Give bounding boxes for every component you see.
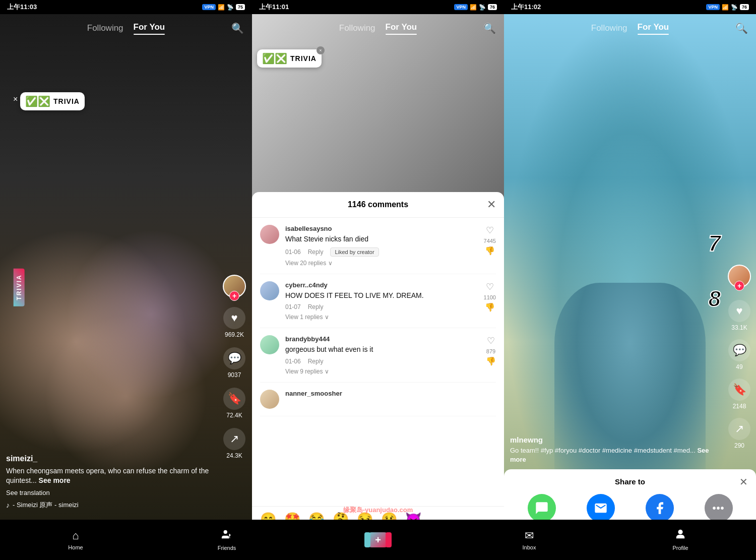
screen1-share-btn[interactable]: ↗ 24.3K [223, 428, 245, 459]
view-replies-1[interactable]: View 20 replies ∨ [285, 260, 478, 267]
screen1-see-more[interactable]: See more [39, 476, 71, 484]
trivia-close-2[interactable]: × [317, 46, 325, 54]
comment-dislike-icon-3[interactable]: 👎 [486, 356, 496, 366]
screen3-comment-btn[interactable]: 💬 49 [728, 339, 750, 370]
comment-like-icon-3[interactable]: ♡ [487, 335, 495, 346]
comment-like-icon-1[interactable]: ♡ [486, 225, 494, 236]
add-button[interactable]: + [367, 532, 389, 547]
trivia-badge-2: ✅❎ TRIVIA × [257, 49, 322, 68]
share-facebook-item[interactable]: Facebook [646, 494, 674, 520]
comment-username-4[interactable]: nanner_smoosher [285, 390, 496, 397]
view-replies-3[interactable]: View 9 replies ∨ [285, 368, 480, 375]
share-icons-row: SMS Email Facebook ••• [512, 494, 748, 520]
comment-reply-2[interactable]: Reply [308, 303, 324, 310]
battery-3: 76 [740, 4, 749, 10]
screen3-side-actions: + ♥ 33.1K 💬 49 🔖 2148 ↗ 290 [728, 265, 751, 449]
screen3-comment-count: 49 [736, 363, 742, 370]
screen1-see-translation[interactable]: See translation [6, 489, 222, 496]
screen1-avatar-action[interactable]: + [223, 275, 246, 298]
comment-reply-3[interactable]: Reply [308, 358, 324, 365]
comment-username-2[interactable]: cyberr..c4ndy [285, 281, 478, 289]
inbox-icon: ✉ [525, 529, 534, 542]
profile-icon [675, 529, 686, 543]
screen1-like-count: 969.2K [225, 331, 244, 338]
comment-dislike-icon-1[interactable]: 👎 [485, 246, 495, 256]
comment-item-2: cyberr..c4ndy HOW DOES IT FEEL TO LIVE M… [260, 274, 496, 329]
screen2-following-tab[interactable]: Following [339, 21, 375, 35]
nav-profile[interactable]: Profile [605, 520, 756, 560]
nav-home[interactable]: ⌂ Home [0, 520, 151, 560]
comment-reply-1[interactable]: Reply [308, 248, 324, 256]
screen1-comment-btn[interactable]: 💬 9037 [223, 347, 245, 379]
count-7: 7 [709, 231, 721, 256]
profile-label: Profile [672, 545, 688, 551]
screen1-foryou-tab[interactable]: For You [134, 20, 165, 34]
trivia-side-label: TRIVIA [14, 268, 25, 306]
comment-item-4: nanner_smoosher [260, 383, 496, 416]
emoji-2[interactable]: 🤩 [284, 512, 300, 520]
inbox-label: Inbox [523, 544, 536, 550]
share-sms-item[interactable]: SMS [528, 494, 556, 520]
comment-dislike-icon-2[interactable]: 👎 [485, 302, 495, 312]
comment-avatar-4 [260, 390, 279, 409]
chevron-down-icon-2: ∨ [325, 314, 329, 321]
screen3-username[interactable]: mlnewng [510, 435, 721, 444]
comment-actions-2: ♡ 1100 👎 [484, 281, 496, 321]
view-replies-2[interactable]: View 1 replies ∨ [285, 314, 478, 321]
screen2-foryou-tab[interactable]: For You [386, 20, 417, 34]
comment-body-2: cyberr..c4ndy HOW DOES IT FEEL TO LIVE M… [285, 281, 478, 321]
comment-actions-1: ♡ 7445 👎 [484, 225, 496, 267]
screen3-follow-plus: + [734, 281, 744, 291]
emoji-1[interactable]: 😁 [260, 512, 276, 520]
screen3-nav: Following For You [591, 21, 669, 35]
screen3-search-icon[interactable]: 🔍 [735, 22, 748, 34]
screen1-following-tab[interactable]: Following [87, 21, 123, 35]
screen3-like-btn[interactable]: ♥ 33.1K [728, 300, 750, 331]
friends-label: Friends [218, 545, 236, 551]
screen1-username[interactable]: simeizi_ [6, 454, 222, 463]
share-email-item[interactable]: Email [587, 494, 615, 520]
screen3-share-btn[interactable]: ↗ 290 [728, 418, 750, 449]
comments-close-btn[interactable]: ✕ [487, 198, 496, 211]
screen2-search-icon[interactable]: 🔍 [483, 22, 496, 34]
share-more-icon: ••• [705, 494, 733, 520]
share-close-btn[interactable]: ✕ [739, 476, 748, 488]
comment-username-1[interactable]: isabellesaysno [285, 225, 478, 232]
trivia-close-x[interactable]: × [13, 95, 18, 104]
screen1-comment-count: 9037 [228, 371, 241, 379]
screen3-following-tab[interactable]: Following [591, 21, 627, 35]
emoji-3[interactable]: 😂 [308, 512, 325, 520]
screen1-bookmark-icon: 🔖 [223, 388, 245, 410]
music-note-icon: ♪ [6, 501, 10, 509]
comment-username-3[interactable]: brandybby444 [285, 335, 480, 343]
nav-add[interactable]: + [302, 520, 454, 560]
comment-like-count-2: 1100 [484, 294, 496, 300]
share-more-item[interactable]: ••• More [705, 494, 733, 520]
home-label: Home [68, 544, 83, 550]
status-bar: 上午11:03 VPN 📶 📡 75 上午11:01 VPN 📶 📡 76 上午… [0, 0, 756, 14]
wifi-icon-2: 📡 [479, 4, 486, 11]
screen1-nav: Following For You [87, 21, 165, 35]
comments-panel: 1146 comments ✕ isabellesaysno What Stev… [252, 192, 504, 520]
comment-text-3: gorgeous but what even is it [285, 345, 480, 355]
screen1-like-btn[interactable]: ♥ 969.2K [223, 307, 245, 338]
chevron-down-icon-3: ∨ [325, 368, 329, 375]
screen3-like-icon: ♥ [728, 300, 750, 322]
home-icon: ⌂ [72, 529, 79, 542]
trivia-text-2: TRIVIA [290, 54, 317, 63]
nav-inbox[interactable]: ✉ Inbox [454, 520, 605, 560]
chevron-down-icon-1: ∨ [328, 260, 333, 267]
share-facebook-icon [646, 494, 674, 520]
comments-list[interactable]: isabellesaysno What Stevie nicks fan die… [252, 218, 504, 506]
more-dots: ••• [712, 503, 724, 514]
screen3-avatar-action[interactable]: + [728, 265, 751, 288]
screen1-bookmark-count: 72.4K [226, 412, 242, 419]
screen1-bookmark-btn[interactable]: 🔖 72.4K [223, 388, 245, 419]
screen3-bookmark-btn[interactable]: 🔖 2148 [728, 379, 750, 410]
screen1-search-icon[interactable]: 🔍 [231, 22, 244, 34]
nav-friends[interactable]: Friends [151, 520, 302, 560]
battery-2: 76 [488, 4, 497, 10]
screen1-music-text: - Simeizi 原声 - simeizi [13, 501, 79, 510]
comment-like-icon-2[interactable]: ♡ [486, 281, 494, 292]
screen3-foryou-tab[interactable]: For You [638, 20, 669, 34]
